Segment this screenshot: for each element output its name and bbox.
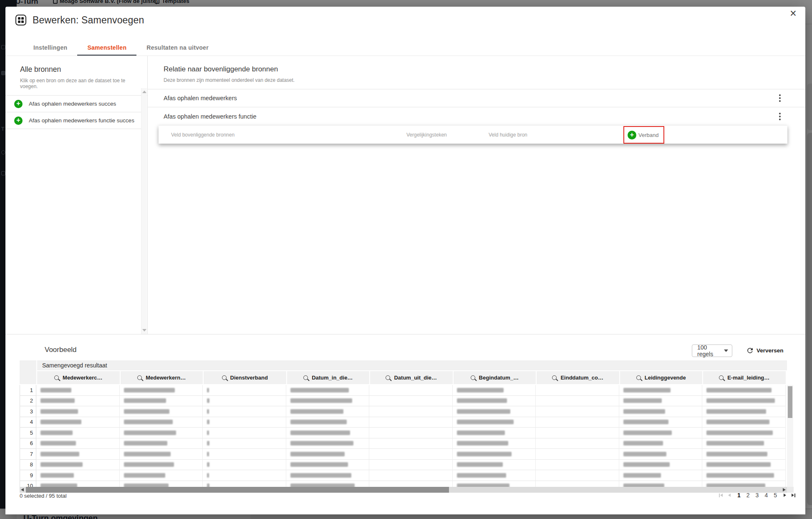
scroll-up-icon[interactable] bbox=[142, 91, 146, 93]
rows-per-page-value: 100 regels bbox=[697, 344, 724, 357]
row-menu-icon[interactable] bbox=[776, 112, 784, 121]
row-number: 4 bbox=[20, 417, 36, 428]
refresh-icon bbox=[746, 347, 754, 354]
page-1[interactable]: 1 bbox=[737, 492, 741, 499]
page-list: 12345 bbox=[737, 492, 777, 499]
previous-page-button[interactable] bbox=[728, 494, 731, 497]
redacted-text bbox=[40, 484, 77, 487]
column-header-label: Medewerkern… bbox=[146, 375, 186, 381]
table-cell bbox=[702, 417, 786, 428]
page-5[interactable]: 5 bbox=[774, 492, 777, 499]
column-header-datum-uit-die[interactable]: Datum_uit_die… bbox=[370, 371, 454, 384]
table-cell bbox=[536, 428, 619, 438]
scroll-right-icon[interactable] bbox=[783, 488, 786, 491]
redacted-text bbox=[124, 484, 169, 487]
redacted-text bbox=[623, 430, 672, 435]
close-icon[interactable] bbox=[787, 8, 799, 19]
table-vertical-scrollbar[interactable] bbox=[787, 385, 793, 487]
column-header-label: Datum_in_die… bbox=[312, 375, 353, 381]
relation-row-afas-ophalen-medewerkers-functie[interactable]: Afas ophalen medewerkers functie bbox=[148, 107, 805, 125]
redacted-text bbox=[706, 462, 771, 467]
chevron-down-icon bbox=[724, 349, 728, 352]
table-cell bbox=[702, 406, 786, 417]
add-circle-icon bbox=[14, 100, 23, 108]
table-cell bbox=[203, 438, 286, 449]
column-header-leidinggevende[interactable]: Leidinggevende bbox=[620, 371, 704, 384]
table-horizontal-scrollbar[interactable] bbox=[20, 487, 787, 493]
search-icon[interactable] bbox=[719, 375, 724, 380]
relations-panel: Relatie naar bovenliggende bronnen Deze … bbox=[148, 56, 805, 334]
redacted-text bbox=[290, 484, 355, 487]
search-icon[interactable] bbox=[471, 375, 475, 380]
column-header-dienstverband[interactable]: Dienstverband bbox=[204, 371, 287, 384]
search-icon[interactable] bbox=[552, 375, 557, 380]
search-icon[interactable] bbox=[222, 375, 227, 380]
dataset-icon bbox=[15, 15, 26, 25]
relation-row-label: Afas ophalen medewerkers bbox=[164, 95, 237, 101]
tab-resultaten-na-uitvoer[interactable]: Resultaten na uitvoer bbox=[136, 40, 219, 56]
search-icon[interactable] bbox=[54, 375, 59, 380]
column-header-begindatum[interactable]: Begindatum_… bbox=[454, 371, 537, 384]
column-header-einddatum-co[interactable]: Einddatum_co… bbox=[537, 371, 620, 384]
page-4[interactable]: 4 bbox=[764, 492, 768, 499]
redacted-text bbox=[40, 398, 75, 403]
page-3[interactable]: 3 bbox=[756, 492, 759, 499]
table-row: 10 bbox=[20, 481, 794, 487]
table-cell bbox=[203, 481, 286, 487]
table-cell bbox=[286, 396, 370, 407]
page-2[interactable]: 2 bbox=[746, 492, 750, 499]
first-page-button[interactable] bbox=[719, 494, 723, 497]
table-cell bbox=[369, 417, 453, 428]
column-header-medewerkerc[interactable]: Medewerkerc… bbox=[37, 371, 121, 384]
search-icon[interactable] bbox=[137, 375, 142, 380]
source-item-afas-ophalen-medewerkers-functie-succes[interactable]: Afas ophalen medewerkers functie succes bbox=[5, 112, 141, 129]
redacted-text bbox=[124, 473, 165, 478]
pagination: 12345 bbox=[719, 492, 795, 499]
last-page-button[interactable] bbox=[792, 494, 795, 497]
next-page-button[interactable] bbox=[784, 494, 786, 497]
table-cell bbox=[36, 396, 120, 407]
relations-panel-header: Relatie naar bovenliggende bronnen Deze … bbox=[148, 56, 805, 89]
table-cell bbox=[619, 481, 703, 487]
redacted-text bbox=[290, 452, 345, 456]
table-cell bbox=[203, 406, 286, 417]
redacted-text bbox=[290, 430, 350, 435]
table-cell bbox=[369, 385, 453, 396]
column-header-e-mail-leiding[interactable]: E-mail_leiding… bbox=[703, 371, 787, 384]
search-icon[interactable] bbox=[636, 375, 641, 380]
scrollbar-thumb[interactable] bbox=[788, 386, 792, 418]
scroll-left-icon[interactable] bbox=[21, 488, 24, 491]
scroll-down-icon[interactable] bbox=[142, 329, 146, 332]
source-item-afas-ophalen-medewerkers-succes[interactable]: Afas ophalen medewerkers succes bbox=[5, 96, 141, 112]
table-cell bbox=[536, 385, 619, 396]
row-menu-icon[interactable] bbox=[776, 94, 784, 102]
table-cell bbox=[702, 396, 786, 407]
redacted-text bbox=[457, 430, 505, 435]
table-cell bbox=[120, 385, 203, 396]
tab-instellingen[interactable]: Instellingen bbox=[23, 40, 77, 56]
table-cell bbox=[702, 428, 786, 438]
relation-row-afas-ophalen-medewerkers[interactable]: Afas ophalen medewerkers bbox=[148, 89, 805, 107]
table-cell bbox=[369, 460, 453, 471]
redacted-text bbox=[124, 398, 166, 403]
sources-scrollbar[interactable] bbox=[141, 88, 147, 334]
tab-samenstellen[interactable]: Samenstellen bbox=[77, 40, 136, 56]
search-icon[interactable] bbox=[303, 375, 308, 380]
plus-icon bbox=[628, 131, 636, 139]
scrollbar-thumb[interactable] bbox=[26, 487, 449, 493]
redacted-text bbox=[207, 484, 209, 487]
column-header-datum-in-die[interactable]: Datum_in_die… bbox=[287, 371, 371, 384]
add-relation-button[interactable]: Verband bbox=[623, 126, 664, 144]
column-header-medewerkern[interactable]: Medewerkern… bbox=[121, 371, 204, 384]
table-cell bbox=[203, 428, 286, 438]
rows-per-page-select[interactable]: 100 regels bbox=[692, 344, 732, 357]
table-cell bbox=[536, 470, 619, 481]
table-cell bbox=[286, 460, 370, 471]
table-cell bbox=[120, 406, 203, 417]
redacted-text bbox=[40, 409, 78, 414]
sources-panel-header: Alle bronnen Klik op een bron om deze aa… bbox=[5, 56, 147, 96]
sources-panel-title: Alle bronnen bbox=[20, 65, 139, 74]
search-icon[interactable] bbox=[386, 375, 390, 380]
refresh-button[interactable]: Verversen bbox=[746, 347, 784, 354]
table-cell bbox=[702, 438, 786, 449]
